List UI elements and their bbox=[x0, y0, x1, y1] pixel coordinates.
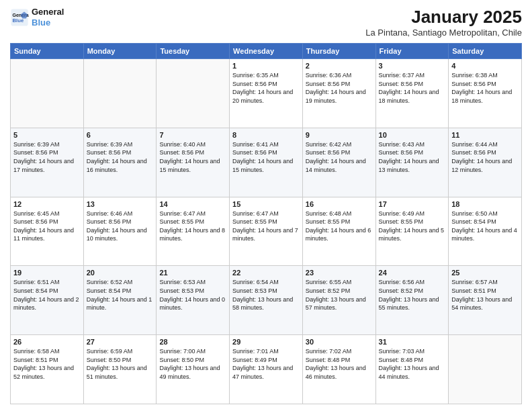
day-header-sunday: Sunday bbox=[11, 44, 84, 59]
day-info: Sunrise: 6:39 AM Sunset: 8:56 PM Dayligh… bbox=[87, 140, 154, 174]
day-number: 1 bbox=[232, 62, 300, 70]
day-number: 6 bbox=[87, 131, 154, 139]
day-number: 13 bbox=[87, 200, 154, 208]
day-info: Sunrise: 6:48 AM Sunset: 8:55 PM Dayligh… bbox=[306, 210, 373, 243]
day-number: 28 bbox=[159, 338, 226, 346]
day-info: Sunrise: 7:03 AM Sunset: 8:48 PM Dayligh… bbox=[379, 347, 446, 381]
day-number: 20 bbox=[87, 269, 154, 277]
day-cell: 14Sunrise: 6:47 AM Sunset: 8:55 PM Dayli… bbox=[157, 197, 230, 266]
logo-icon: General Blue bbox=[10, 8, 29, 27]
day-number: 21 bbox=[159, 269, 226, 277]
day-header-monday: Monday bbox=[83, 44, 157, 59]
day-number: 15 bbox=[232, 200, 300, 208]
day-cell: 10Sunrise: 6:43 AM Sunset: 8:56 PM Dayli… bbox=[375, 128, 449, 197]
day-cell: 13Sunrise: 6:46 AM Sunset: 8:56 PM Dayli… bbox=[83, 197, 157, 266]
day-number: 16 bbox=[306, 200, 373, 208]
day-cell: 17Sunrise: 6:49 AM Sunset: 8:55 PM Dayli… bbox=[375, 197, 449, 266]
day-cell: 26Sunrise: 6:58 AM Sunset: 8:51 PM Dayli… bbox=[11, 335, 84, 404]
day-header-wednesday: Wednesday bbox=[230, 44, 303, 59]
calendar-subtitle: La Pintana, Santiago Metropolitan, Chile bbox=[365, 28, 522, 38]
day-info: Sunrise: 6:50 AM Sunset: 8:54 PM Dayligh… bbox=[451, 210, 519, 243]
day-number: 26 bbox=[13, 338, 81, 346]
day-cell: 21Sunrise: 6:53 AM Sunset: 8:53 PM Dayli… bbox=[157, 266, 230, 335]
day-info: Sunrise: 6:59 AM Sunset: 8:50 PM Dayligh… bbox=[87, 347, 154, 381]
day-cell: 6Sunrise: 6:39 AM Sunset: 8:56 PM Daylig… bbox=[83, 128, 157, 197]
day-header-saturday: Saturday bbox=[449, 44, 522, 59]
calendar-title: January 2025 bbox=[365, 7, 522, 28]
day-cell: 4Sunrise: 6:38 AM Sunset: 8:56 PM Daylig… bbox=[449, 59, 522, 128]
day-cell: 22Sunrise: 6:54 AM Sunset: 8:53 PM Dayli… bbox=[230, 266, 303, 335]
day-cell: 1Sunrise: 6:35 AM Sunset: 8:56 PM Daylig… bbox=[230, 59, 303, 128]
day-cell: 18Sunrise: 6:50 AM Sunset: 8:54 PM Dayli… bbox=[449, 197, 522, 266]
day-cell: 7Sunrise: 6:40 AM Sunset: 8:56 PM Daylig… bbox=[157, 128, 230, 197]
day-number: 31 bbox=[379, 338, 446, 346]
day-cell: 12Sunrise: 6:45 AM Sunset: 8:56 PM Dayli… bbox=[11, 197, 84, 266]
day-info: Sunrise: 6:53 AM Sunset: 8:53 PM Dayligh… bbox=[159, 278, 226, 312]
day-number: 8 bbox=[232, 131, 300, 139]
day-cell: 3Sunrise: 6:37 AM Sunset: 8:56 PM Daylig… bbox=[375, 59, 449, 128]
day-number: 19 bbox=[13, 269, 81, 277]
day-info: Sunrise: 7:02 AM Sunset: 8:48 PM Dayligh… bbox=[306, 347, 373, 381]
day-cell bbox=[11, 59, 84, 128]
week-row-1: 5Sunrise: 6:39 AM Sunset: 8:56 PM Daylig… bbox=[11, 128, 522, 197]
day-number: 23 bbox=[306, 269, 373, 277]
day-info: Sunrise: 6:37 AM Sunset: 8:56 PM Dayligh… bbox=[379, 71, 446, 105]
day-number: 18 bbox=[451, 200, 519, 208]
day-number: 30 bbox=[306, 338, 373, 346]
day-info: Sunrise: 6:46 AM Sunset: 8:56 PM Dayligh… bbox=[87, 210, 154, 243]
day-cell: 30Sunrise: 7:02 AM Sunset: 8:48 PM Dayli… bbox=[302, 335, 375, 404]
page: General Blue General Blue January 2025 L… bbox=[0, 0, 532, 411]
day-cell bbox=[157, 59, 230, 128]
day-header-friday: Friday bbox=[375, 44, 449, 59]
day-cell: 24Sunrise: 6:56 AM Sunset: 8:52 PM Dayli… bbox=[375, 266, 449, 335]
day-number: 9 bbox=[306, 131, 373, 139]
day-cell: 8Sunrise: 6:41 AM Sunset: 8:56 PM Daylig… bbox=[230, 128, 303, 197]
day-info: Sunrise: 6:56 AM Sunset: 8:52 PM Dayligh… bbox=[379, 278, 446, 312]
day-number: 4 bbox=[451, 62, 519, 70]
day-info: Sunrise: 6:44 AM Sunset: 8:56 PM Dayligh… bbox=[451, 140, 519, 174]
day-info: Sunrise: 6:54 AM Sunset: 8:53 PM Dayligh… bbox=[232, 278, 300, 312]
day-cell: 23Sunrise: 6:55 AM Sunset: 8:52 PM Dayli… bbox=[302, 266, 375, 335]
day-number: 11 bbox=[451, 131, 519, 139]
day-cell: 2Sunrise: 6:36 AM Sunset: 8:56 PM Daylig… bbox=[302, 59, 375, 128]
day-info: Sunrise: 7:01 AM Sunset: 8:49 PM Dayligh… bbox=[232, 347, 300, 381]
day-cell: 5Sunrise: 6:39 AM Sunset: 8:56 PM Daylig… bbox=[11, 128, 84, 197]
day-info: Sunrise: 6:57 AM Sunset: 8:51 PM Dayligh… bbox=[451, 278, 519, 312]
day-info: Sunrise: 6:47 AM Sunset: 8:55 PM Dayligh… bbox=[159, 210, 226, 243]
day-number: 12 bbox=[13, 200, 81, 208]
calendar-table: SundayMondayTuesdayWednesdayThursdayFrid… bbox=[10, 43, 522, 404]
day-header-thursday: Thursday bbox=[302, 44, 375, 59]
day-cell: 27Sunrise: 6:59 AM Sunset: 8:50 PM Dayli… bbox=[83, 335, 157, 404]
day-number: 3 bbox=[379, 62, 446, 70]
day-cell: 29Sunrise: 7:01 AM Sunset: 8:49 PM Dayli… bbox=[230, 335, 303, 404]
day-number: 2 bbox=[306, 62, 373, 70]
week-row-0: 1Sunrise: 6:35 AM Sunset: 8:56 PM Daylig… bbox=[11, 59, 522, 128]
day-cell: 31Sunrise: 7:03 AM Sunset: 8:48 PM Dayli… bbox=[375, 335, 449, 404]
day-header-row: SundayMondayTuesdayWednesdayThursdayFrid… bbox=[11, 44, 522, 59]
logo: General Blue General Blue bbox=[10, 7, 64, 28]
week-row-4: 26Sunrise: 6:58 AM Sunset: 8:51 PM Dayli… bbox=[11, 335, 522, 404]
day-info: Sunrise: 6:43 AM Sunset: 8:56 PM Dayligh… bbox=[379, 140, 446, 174]
day-info: Sunrise: 6:52 AM Sunset: 8:54 PM Dayligh… bbox=[87, 278, 154, 312]
day-number: 22 bbox=[232, 269, 300, 277]
day-info: Sunrise: 6:42 AM Sunset: 8:56 PM Dayligh… bbox=[306, 140, 373, 174]
day-cell: 11Sunrise: 6:44 AM Sunset: 8:56 PM Dayli… bbox=[449, 128, 522, 197]
day-info: Sunrise: 6:36 AM Sunset: 8:56 PM Dayligh… bbox=[306, 71, 373, 105]
day-info: Sunrise: 6:45 AM Sunset: 8:56 PM Dayligh… bbox=[13, 210, 81, 243]
logo-text: General Blue bbox=[32, 7, 64, 28]
day-info: Sunrise: 6:35 AM Sunset: 8:56 PM Dayligh… bbox=[232, 71, 300, 105]
day-cell: 28Sunrise: 7:00 AM Sunset: 8:50 PM Dayli… bbox=[157, 335, 230, 404]
day-info: Sunrise: 6:40 AM Sunset: 8:56 PM Dayligh… bbox=[159, 140, 226, 174]
day-header-tuesday: Tuesday bbox=[157, 44, 230, 59]
day-cell: 16Sunrise: 6:48 AM Sunset: 8:55 PM Dayli… bbox=[302, 197, 375, 266]
day-number: 10 bbox=[379, 131, 446, 139]
day-info: Sunrise: 7:00 AM Sunset: 8:50 PM Dayligh… bbox=[159, 347, 226, 381]
day-cell: 19Sunrise: 6:51 AM Sunset: 8:54 PM Dayli… bbox=[11, 266, 84, 335]
day-cell: 9Sunrise: 6:42 AM Sunset: 8:56 PM Daylig… bbox=[302, 128, 375, 197]
week-row-2: 12Sunrise: 6:45 AM Sunset: 8:56 PM Dayli… bbox=[11, 197, 522, 266]
day-number: 29 bbox=[232, 338, 300, 346]
day-number: 24 bbox=[379, 269, 446, 277]
day-cell: 25Sunrise: 6:57 AM Sunset: 8:51 PM Dayli… bbox=[449, 266, 522, 335]
day-cell: 15Sunrise: 6:47 AM Sunset: 8:55 PM Dayli… bbox=[230, 197, 303, 266]
day-info: Sunrise: 6:38 AM Sunset: 8:56 PM Dayligh… bbox=[451, 71, 519, 105]
